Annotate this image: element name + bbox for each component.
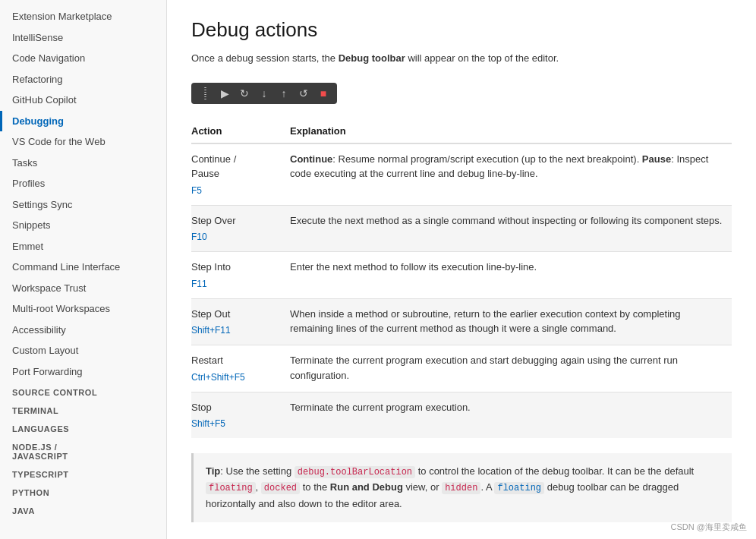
key-label: Shift+F11 xyxy=(191,323,281,337)
sidebar: Extension Marketplace IntelliSense Code … xyxy=(0,0,167,539)
sidebar-item-custom-layout[interactable]: Custom Layout xyxy=(0,340,166,361)
table-row: Step Into F11 Enter the next method to f… xyxy=(191,252,732,299)
sidebar-item-workspace-trust[interactable]: Workspace Trust xyxy=(0,278,166,299)
main-content: Debug actions Once a debug session start… xyxy=(167,0,756,539)
hidden-code: hidden xyxy=(442,482,480,494)
action-name: Stop xyxy=(191,400,281,415)
step-over-icon: ↻ xyxy=(237,86,252,101)
watermark: CSDN @海里卖咸鱼 xyxy=(671,522,747,533)
setting-code: debug.toolBarLocation xyxy=(295,466,415,478)
sidebar-item-tasks[interactable]: Tasks xyxy=(0,153,166,174)
key-label: F5 xyxy=(191,184,281,197)
action-name: Step Into xyxy=(191,260,281,275)
explanation-cell: When inside a method or subroutine, retu… xyxy=(290,298,732,345)
sidebar-item-extension-marketplace[interactable]: Extension Marketplace xyxy=(0,6,166,27)
drag-handle-icon xyxy=(197,86,213,101)
explanation-cell: Execute the next method as a single comm… xyxy=(290,205,732,252)
action-cell: Step Into F11 xyxy=(191,252,290,299)
sidebar-item-port-forwarding[interactable]: Port Forwarding xyxy=(0,361,166,383)
key-label: Shift+F5 xyxy=(191,417,281,430)
action-name: Step Over xyxy=(191,213,281,229)
table-row: Stop Shift+F5 Terminate the current prog… xyxy=(191,392,732,438)
explanation-cell: Enter the next method to follow its exec… xyxy=(290,252,732,299)
table-row: Step Out Shift+F11 When inside a method … xyxy=(191,298,732,345)
action-name: Step Out xyxy=(191,307,281,322)
sidebar-item-emmet[interactable]: Emmet xyxy=(0,236,166,257)
key-label: F11 xyxy=(191,277,281,291)
stop-icon: ■ xyxy=(316,86,331,101)
table-header-action: Action xyxy=(191,119,290,143)
explanation-cell: Terminate the current program execution … xyxy=(290,345,732,392)
continue-icon: ▶ xyxy=(217,86,232,101)
debug-actions-table: Action Explanation Continue /Pause F5 Co… xyxy=(191,119,732,439)
action-cell: Continue /Pause F5 xyxy=(191,143,290,206)
restart-icon: ↺ xyxy=(296,86,311,101)
explanation-cell: Terminate the current program execution. xyxy=(290,392,732,438)
action-name: Continue /Pause xyxy=(191,152,281,181)
tip-box: Tip: Use the setting debug.toolBarLocati… xyxy=(191,453,732,522)
action-cell: Step Over F10 xyxy=(191,205,290,252)
key-label: F10 xyxy=(191,230,281,244)
sidebar-item-snippets[interactable]: Snippets xyxy=(0,215,166,236)
action-cell: Restart Ctrl+Shift+F5 xyxy=(191,345,290,392)
sidebar-item-intellisense[interactable]: IntelliSense xyxy=(0,27,166,49)
step-out-icon: ↑ xyxy=(276,86,291,101)
step-into-icon: ↓ xyxy=(257,86,272,101)
table-header-explanation: Explanation xyxy=(290,119,732,143)
sidebar-section-terminal: TERMINAL xyxy=(0,400,166,418)
sidebar-item-code-navigation[interactable]: Code Navigation xyxy=(0,48,166,69)
sidebar-item-refactoring[interactable]: Refactoring xyxy=(0,69,166,90)
sidebar-item-cli[interactable]: Command Line Interface xyxy=(0,257,166,278)
sidebar-item-settings-sync[interactable]: Settings Sync xyxy=(0,194,166,216)
run-debug-label: Run and Debug xyxy=(330,481,403,493)
table-row: Step Over F10 Execute the next method as… xyxy=(191,205,732,252)
explanation-cell: Continue: Resume normal program/script e… xyxy=(290,143,732,206)
table-row: Continue /Pause F5 Continue: Resume norm… xyxy=(191,143,732,206)
floating-blue-code: floating xyxy=(494,482,544,494)
sidebar-item-accessibility[interactable]: Accessibility xyxy=(0,320,166,341)
table-row: Restart Ctrl+Shift+F5 Terminate the curr… xyxy=(191,345,732,392)
sidebar-item-debugging[interactable]: Debugging xyxy=(0,111,166,132)
sidebar-section-languages: LANGUAGES xyxy=(0,418,166,437)
docked-code: docked xyxy=(261,482,300,494)
sidebar-item-github-copilot[interactable]: GitHub Copilot xyxy=(0,90,166,111)
floating-code: floating xyxy=(206,482,256,494)
action-name: Restart xyxy=(191,353,281,368)
sidebar-section-java: JAVA xyxy=(0,500,166,519)
sidebar-section-python: PYTHON xyxy=(0,482,166,500)
debug-toolbar-visual: ▶ ↻ ↓ ↑ ↺ ■ xyxy=(191,83,337,104)
sidebar-item-multi-root[interactable]: Multi-root Workspaces xyxy=(0,298,166,320)
key-label: Ctrl+Shift+F5 xyxy=(191,370,281,384)
sidebar-section-source-control: SOURCE CONTROL xyxy=(0,382,166,400)
sidebar-section-typescript: TYPESCRIPT xyxy=(0,464,166,482)
sidebar-item-profiles[interactable]: Profiles xyxy=(0,173,166,194)
action-cell: Step Out Shift+F11 xyxy=(191,298,290,345)
action-cell: Stop Shift+F5 xyxy=(191,392,290,438)
tip-label: Tip xyxy=(206,465,220,477)
sidebar-section-nodejs: NODE.JS /JAVASCRIPT xyxy=(0,437,166,464)
intro-text: Once a debug session starts, the Debug t… xyxy=(191,51,732,67)
page-title: Debug actions xyxy=(191,18,732,42)
sidebar-item-vscode-web[interactable]: VS Code for the Web xyxy=(0,131,166,153)
